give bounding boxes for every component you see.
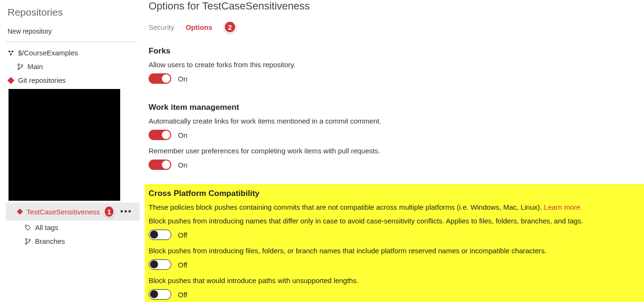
forks-toggle[interactable] xyxy=(149,73,171,84)
intro-text: These policies block pushes containing c… xyxy=(149,203,544,211)
svg-point-9 xyxy=(26,238,27,240)
branch-icon xyxy=(25,238,31,245)
section-heading: Work item management xyxy=(149,103,644,112)
toggle-state-label: Off xyxy=(178,261,187,269)
project-icon xyxy=(8,50,14,56)
svg-point-11 xyxy=(29,239,31,241)
remember-pref-toggle[interactable] xyxy=(149,160,171,170)
sidebar-item-label: $/CourseExamples xyxy=(18,49,78,57)
svg-rect-6 xyxy=(8,77,14,84)
sidebar-item-label: TestCaseSensitiveness xyxy=(26,208,100,216)
git-icon xyxy=(17,208,23,215)
svg-rect-7 xyxy=(17,209,23,214)
svg-point-8 xyxy=(26,226,27,227)
redacted-block xyxy=(9,89,120,201)
section-heading: Forks xyxy=(149,46,644,56)
tabs: Security Options 2 xyxy=(149,21,644,42)
sidebar-item-git-repositories[interactable]: Git repositories xyxy=(6,73,140,87)
section-heading: Cross Platform Compatibility xyxy=(149,189,638,198)
section-intro: These policies block pushes containing c… xyxy=(149,202,638,212)
reserved-names-toggle[interactable] xyxy=(149,259,171,270)
option-description: Block pushes that would introduce paths … xyxy=(149,275,638,285)
divider xyxy=(6,42,137,42)
option-description: Block pushes from introducing files, fol… xyxy=(149,246,638,256)
svg-point-3 xyxy=(18,63,20,65)
sidebar-item-main[interactable]: Main xyxy=(6,60,140,73)
callout-2: 2 xyxy=(224,21,236,33)
section-cross-platform-compatibility: Cross Platform Compatibility These polic… xyxy=(145,184,644,302)
case-sensitivity-toggle[interactable] xyxy=(149,230,171,240)
section-forks: Forks Allow users to create forks from t… xyxy=(149,42,644,98)
main-content: Options for TestCaseSensitiveness Securi… xyxy=(140,0,644,302)
sidebar-item-label: Main xyxy=(27,62,43,71)
svg-point-4 xyxy=(18,68,20,70)
section-description: Remember user preferences for completing… xyxy=(149,146,644,156)
sidebar-item-label: Branches xyxy=(35,237,65,245)
section-description: Allow users to create forks from this re… xyxy=(149,60,644,70)
sidebar-item-testcasesensitiveness[interactable]: TestCaseSensitiveness 1 ••• xyxy=(6,203,140,221)
learn-more-link[interactable]: Learn more. xyxy=(544,203,582,211)
tag-icon xyxy=(25,224,31,231)
toggle-state-label: Off xyxy=(178,291,187,299)
tab-options[interactable]: Options xyxy=(185,23,212,31)
sidebar-item-label: All tags xyxy=(35,223,58,231)
option-description: Block pushes from introducing names that… xyxy=(149,216,638,226)
path-length-toggle[interactable] xyxy=(149,289,171,300)
section-description: Automatically create links for work item… xyxy=(149,116,644,126)
section-work-item-management: Work item management Automatically creat… xyxy=(149,98,644,184)
toggle-state-label: Off xyxy=(178,231,187,239)
auto-link-toggle[interactable] xyxy=(149,130,171,140)
page-title: Options for TestCaseSensitiveness xyxy=(149,0,644,21)
svg-point-10 xyxy=(26,242,27,244)
callout-1: 1 xyxy=(104,205,115,218)
sidebar-item-course-examples[interactable]: $/CourseExamples xyxy=(6,46,140,60)
branch-icon xyxy=(17,63,24,70)
toggle-state-label: On xyxy=(178,131,187,139)
toggle-state-label: On xyxy=(178,161,187,169)
sidebar-header: Repositories xyxy=(6,4,140,23)
new-repository-button[interactable]: New repository xyxy=(6,23,140,42)
sidebar-item-label: Git repositories xyxy=(18,76,66,84)
sidebar-item-all-tags[interactable]: All tags xyxy=(6,221,140,234)
sidebar-item-branches[interactable]: Branches xyxy=(6,234,140,248)
svg-point-5 xyxy=(21,64,23,66)
sidebar: Repositories New repository $/CourseExam… xyxy=(0,0,140,302)
git-icon xyxy=(8,77,14,84)
tab-security[interactable]: Security xyxy=(149,23,174,31)
toggle-state-label: On xyxy=(178,75,187,83)
more-menu-button[interactable]: ••• xyxy=(118,207,134,217)
